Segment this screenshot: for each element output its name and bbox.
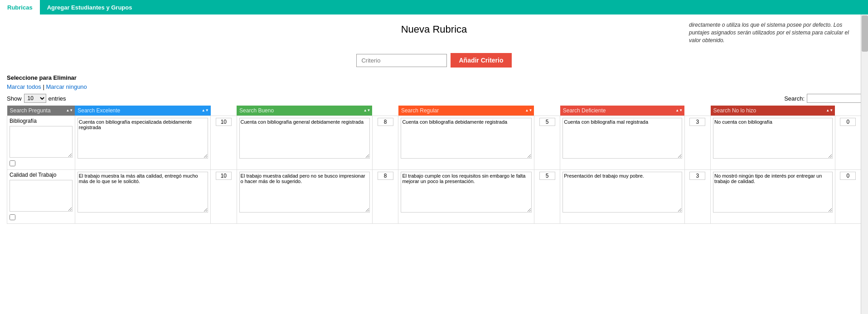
cell-nolohizo-text-1: No mostró ningún tipo de interés por ent… (711, 170, 835, 224)
regular-score-input-0[interactable] (539, 118, 555, 126)
pregunta-textarea-0[interactable] (10, 126, 73, 158)
cell-bueno-text-0: Cuenta con bibliografía general debidame… (237, 116, 372, 170)
cell-pregunta-1: Calidad del Trabajo (7, 170, 75, 224)
cell-nolohizo-text-0: No cuenta con bibliografía (711, 116, 835, 170)
main-content: Nueva Rubrica directamente o utiliza los… (0, 14, 868, 228)
title-area: Nueva Rubrica directamente o utiliza los… (7, 19, 861, 44)
cell-regular-score-1 (534, 170, 560, 224)
col-header-score-de (684, 106, 710, 116)
cell-deficiente-text-1: Presentación del trabajo muy pobre. (560, 170, 684, 224)
col-header-excelente: ▲▼ (75, 106, 210, 116)
pregunta-textarea-1[interactable] (10, 180, 73, 212)
col-header-deficiente: ▲▼ (560, 106, 684, 116)
search-pregunta-input[interactable] (10, 107, 73, 114)
sort-deficiente[interactable]: ▲▼ (675, 109, 683, 112)
rubrica-table: ▲▼ ▲▼ ▲▼ ▲▼ (7, 106, 861, 224)
cell-nolohizo-score-1 (835, 170, 861, 224)
show-entries: Show 10 25 50 100 entries (7, 94, 66, 103)
search-excelente-input[interactable] (78, 107, 208, 114)
sort-regular[interactable]: ▲▼ (525, 109, 532, 112)
col-header-score-re (534, 106, 560, 116)
tab-rubricas[interactable]: Rubricas (0, 0, 40, 14)
add-criterio-button[interactable]: Añadir Criterio (451, 53, 511, 68)
global-search-input[interactable] (807, 94, 861, 103)
criterio-form: Añadir Criterio (7, 53, 861, 68)
nolohizo-textarea-1[interactable]: No mostró ningún tipo de interés por ent… (713, 172, 832, 213)
cell-excelente-text-1: El trabajo muestra la más alta calidad, … (75, 170, 210, 224)
row-checkbox-1[interactable] (10, 214, 15, 220)
deficiente-textarea-1[interactable]: Presentación del trabajo muy pobre. (563, 172, 682, 213)
sort-bueno[interactable]: ▲▼ (364, 109, 371, 112)
col-header-pregunta: ▲▼ (7, 106, 75, 116)
tab-agregar[interactable]: Agregar Estudiantes y Grupos (40, 0, 140, 14)
deficiente-score-input-0[interactable] (689, 118, 705, 126)
cell-excelente-score-0 (211, 116, 237, 170)
description-text: directamente o utiliza los que el sistem… (689, 19, 861, 44)
col-header-score-bu (372, 106, 398, 116)
nolohizo-textarea-0[interactable]: No cuenta con bibliografía (713, 118, 832, 159)
top-navigation: Rubricas Agregar Estudiantes y Grupos (0, 0, 868, 14)
mark-none-link[interactable]: Marcar ninguno (46, 83, 87, 90)
cell-pregunta-0: Bibliografía (7, 116, 75, 170)
nolohizo-score-input-1[interactable] (840, 172, 856, 180)
deficiente-textarea-0[interactable]: Cuenta con bibliografía mal registrada (563, 118, 682, 159)
cell-nolohizo-score-0 (835, 116, 861, 170)
sort-pregunta[interactable]: ▲▼ (66, 109, 73, 112)
table-row: Bibliografía Cuenta con bibliografía esp… (7, 116, 861, 170)
search-deficiente-input[interactable] (563, 107, 682, 114)
table-row: Calidad del Trabajo El trabajo muestra l… (7, 170, 861, 224)
cell-deficiente-text-0: Cuenta con bibliografía mal registrada (560, 116, 684, 170)
deficiente-score-input-1[interactable] (689, 172, 705, 180)
excelente-score-input-1[interactable] (216, 172, 232, 180)
mark-links: Marcar todos | Marcar ninguno (7, 83, 861, 90)
sort-excelente[interactable]: ▲▼ (202, 109, 209, 112)
regular-textarea-1[interactable]: El trabajo cumple con los requisitos sin… (401, 172, 531, 213)
col-header-score-ex (211, 106, 237, 116)
cell-deficiente-score-1 (684, 170, 710, 224)
cell-regular-text-1: El trabajo cumple con los requisitos sin… (398, 170, 534, 224)
col-header-bueno: ▲▼ (237, 106, 372, 116)
search-bueno-input[interactable] (239, 107, 369, 114)
cell-deficiente-score-0 (684, 116, 710, 170)
table-controls: Show 10 25 50 100 entries Search: (7, 94, 861, 103)
col-header-score-no (835, 106, 861, 116)
scrollbar-thumb (862, 15, 868, 52)
regular-score-input-1[interactable] (539, 172, 555, 180)
search-nolohizo-input[interactable] (713, 107, 832, 114)
cell-regular-text-0: Cuenta con bibliografía debidamente regi… (398, 116, 534, 170)
scrollbar[interactable] (861, 14, 868, 228)
bueno-textarea-1[interactable]: El trabajo muestra calidad pero no se bu… (239, 172, 370, 213)
search-area: Search: (784, 94, 861, 103)
cell-regular-score-0 (534, 116, 560, 170)
sort-nolohizo[interactable]: ▲▼ (826, 109, 833, 112)
pregunta-text-1: Calidad del Trabajo (10, 172, 73, 178)
bueno-score-input-0[interactable] (378, 118, 393, 126)
select-label: Seleccione para Eliminar (7, 74, 861, 81)
bueno-score-input-1[interactable] (378, 172, 393, 180)
excelente-textarea-1[interactable]: El trabajo muestra la más alta calidad, … (78, 172, 208, 213)
col-header-nolohizo: ▲▼ (711, 106, 835, 116)
nolohizo-score-input-0[interactable] (840, 118, 856, 126)
page-title: Nueva Rubrica (291, 19, 576, 35)
entries-select[interactable]: 10 25 50 100 (24, 94, 46, 103)
excelente-textarea-0[interactable]: Cuenta con bibliografía especializada de… (78, 118, 208, 159)
col-header-regular: ▲▼ (398, 106, 534, 116)
pregunta-text-0: Bibliografía (10, 118, 73, 124)
cell-excelente-score-1 (211, 170, 237, 224)
excelente-score-input-0[interactable] (216, 118, 232, 126)
cell-bueno-score-0 (372, 116, 398, 170)
cell-bueno-text-1: El trabajo muestra calidad pero no se bu… (237, 170, 372, 224)
cell-bueno-score-1 (372, 170, 398, 224)
row-checkbox-0[interactable] (10, 160, 15, 166)
regular-textarea-0[interactable]: Cuenta con bibliografía debidamente regi… (401, 118, 531, 159)
criterio-input[interactable] (356, 54, 447, 67)
search-regular-input[interactable] (401, 107, 531, 114)
mark-all-link[interactable]: Marcar todos (7, 83, 41, 90)
bueno-textarea-0[interactable]: Cuenta con bibliografía general debidame… (239, 118, 370, 159)
cell-excelente-text-0: Cuenta con bibliografía especializada de… (75, 116, 210, 170)
